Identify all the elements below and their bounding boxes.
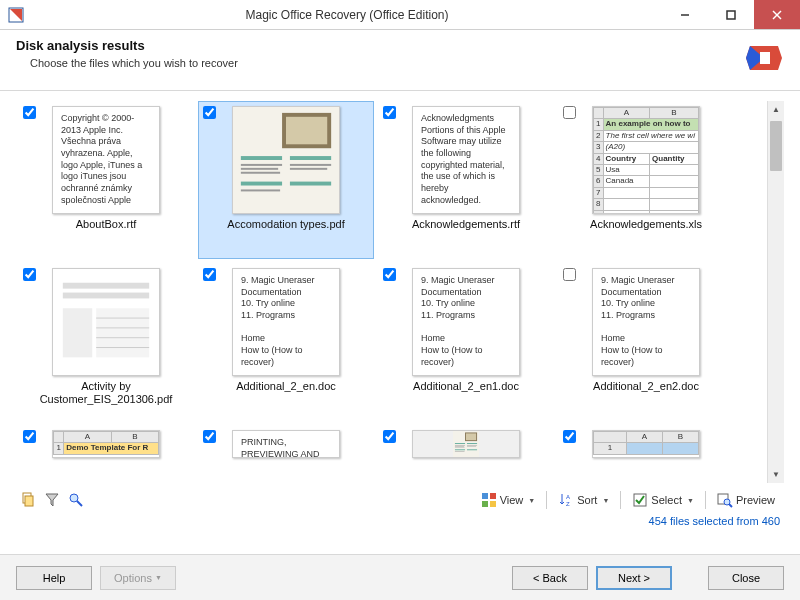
sort-button[interactable]: AZ Sort▼ — [553, 489, 614, 511]
file-item[interactable]: Accomodation types.pdf — [198, 101, 374, 259]
file-name: Activity by Customer_EIS_201306.pdf — [19, 378, 193, 406]
search-icon[interactable] — [68, 492, 84, 508]
svg-rect-46 — [490, 493, 496, 499]
file-checkbox[interactable] — [383, 430, 396, 443]
page-header: Disk analysis results Choose the files w… — [0, 30, 800, 91]
file-name: Acknowledgements.xls — [559, 216, 733, 231]
page-title: Disk analysis results — [16, 38, 744, 53]
svg-rect-23 — [96, 308, 149, 357]
scroll-up-arrow[interactable]: ▲ — [768, 101, 784, 118]
file-thumbnail: AB1Demo Template For R — [52, 430, 160, 458]
file-name: Additional_2_en2.doc — [559, 378, 733, 393]
svg-rect-40 — [467, 449, 477, 450]
svg-rect-10 — [241, 164, 282, 166]
file-name: Acknowledgements.rtf — [379, 216, 553, 231]
back-button[interactable]: < Back — [512, 566, 588, 590]
file-thumbnail: Acknowledgments Portions of this Apple S… — [412, 106, 520, 214]
options-button[interactable]: Options ▼ — [100, 566, 176, 590]
svg-point-43 — [70, 494, 78, 502]
svg-rect-11 — [241, 168, 278, 170]
file-name: AboutBox.rtf — [19, 216, 193, 231]
filter-icon[interactable] — [44, 492, 60, 508]
minimize-button[interactable] — [662, 0, 708, 29]
scroll-thumb[interactable] — [770, 121, 782, 171]
file-thumbnail — [412, 430, 520, 458]
svg-text:A: A — [566, 494, 570, 500]
file-item[interactable]: 9. Magic Uneraser Documentation 10. Try … — [558, 263, 734, 421]
file-checkbox[interactable] — [23, 106, 36, 119]
preview-button[interactable]: Preview — [712, 489, 780, 511]
file-checkbox[interactable] — [383, 106, 396, 119]
svg-rect-45 — [482, 493, 488, 499]
file-thumbnail: 9. Magic Uneraser Documentation 10. Try … — [592, 268, 700, 376]
svg-rect-8 — [286, 117, 327, 144]
svg-rect-17 — [241, 189, 280, 191]
file-thumbnail: PRINTING, PREVIEWING AND — [232, 430, 340, 458]
window-title: Magic Office Recovery (Office Edition) — [32, 8, 662, 22]
file-checkbox[interactable] — [563, 268, 576, 281]
file-name: Additional_2_en.doc — [199, 378, 373, 393]
file-checkbox[interactable] — [23, 430, 36, 443]
svg-rect-47 — [482, 501, 488, 507]
file-item[interactable]: 9. Magic Uneraser Documentation 10. Try … — [198, 263, 374, 421]
svg-rect-38 — [455, 449, 465, 450]
pages-icon[interactable] — [20, 492, 36, 508]
maximize-button[interactable] — [708, 0, 754, 29]
checkbox-icon — [632, 492, 648, 508]
file-item[interactable]: AB1An example on how to2The first cell w… — [558, 101, 734, 259]
select-button[interactable]: Select▼ — [627, 489, 699, 511]
svg-line-54 — [729, 504, 732, 507]
file-checkbox[interactable] — [23, 268, 36, 281]
svg-rect-48 — [490, 501, 496, 507]
file-thumbnail: 9. Magic Uneraser Documentation 10. Try … — [232, 268, 340, 376]
app-icon — [8, 7, 24, 23]
preview-icon — [717, 492, 733, 508]
file-checkbox[interactable] — [563, 430, 576, 443]
file-item[interactable] — [378, 425, 554, 483]
file-checkbox[interactable] — [383, 268, 396, 281]
brand-logo-icon — [744, 38, 784, 78]
file-item[interactable]: 9. Magic Uneraser Documentation 10. Try … — [378, 263, 554, 421]
svg-rect-2 — [727, 11, 735, 19]
svg-rect-21 — [63, 293, 149, 299]
titlebar: Magic Office Recovery (Office Edition) — [0, 0, 800, 30]
file-checkbox[interactable] — [203, 268, 216, 281]
vertical-scrollbar[interactable]: ▲ ▼ — [767, 101, 784, 483]
file-thumbnail — [232, 106, 340, 214]
svg-text:Z: Z — [566, 501, 570, 507]
bottom-toolbar: View▼ AZ Sort▼ Select▼ Preview — [16, 483, 784, 515]
file-thumbnail: AB1 — [592, 430, 700, 458]
file-thumbnail: Copyright © 2000-2013 Apple Inc. Všechna… — [52, 106, 160, 214]
help-button[interactable]: Help — [16, 566, 92, 590]
svg-rect-20 — [63, 283, 149, 289]
wizard-footer: Help Options ▼ < Back Next > Close — [0, 554, 800, 600]
file-item[interactable]: Acknowledgments Portions of this Apple S… — [378, 101, 554, 259]
file-item[interactable]: PRINTING, PREVIEWING AND — [198, 425, 374, 483]
svg-line-44 — [77, 501, 82, 506]
file-checkbox[interactable] — [203, 430, 216, 443]
svg-rect-13 — [290, 156, 331, 160]
file-grid: Copyright © 2000-2013 Apple Inc. Všechna… — [16, 101, 767, 483]
file-checkbox[interactable] — [563, 106, 576, 119]
svg-rect-42 — [25, 496, 33, 506]
file-name: Accomodation types.pdf — [199, 216, 373, 231]
next-button[interactable]: Next > — [596, 566, 672, 590]
close-wizard-button[interactable]: Close — [708, 566, 784, 590]
sort-icon: AZ — [558, 492, 574, 508]
file-item[interactable]: AB1 — [558, 425, 734, 483]
file-name: Additional_2_en1.doc — [379, 378, 553, 393]
file-item[interactable]: AB1Demo Template For R — [18, 425, 194, 483]
scroll-down-arrow[interactable]: ▼ — [768, 466, 784, 483]
results-area: Copyright © 2000-2013 Apple Inc. Všechna… — [0, 91, 800, 511]
file-item[interactable]: Activity by Customer_EIS_201306.pdf — [18, 263, 194, 421]
file-item[interactable]: Copyright © 2000-2013 Apple Inc. Všechna… — [18, 101, 194, 259]
file-thumbnail — [52, 268, 160, 376]
window-controls — [662, 0, 800, 29]
svg-rect-16 — [241, 182, 282, 186]
file-checkbox[interactable] — [203, 106, 216, 119]
page-subtitle: Choose the files which you wish to recov… — [30, 57, 744, 69]
close-button[interactable] — [754, 0, 800, 29]
file-thumbnail: 9. Magic Uneraser Documentation 10. Try … — [412, 268, 520, 376]
file-thumbnail: AB1An example on how to2The first cell w… — [592, 106, 700, 214]
view-button[interactable]: View▼ — [476, 489, 541, 511]
